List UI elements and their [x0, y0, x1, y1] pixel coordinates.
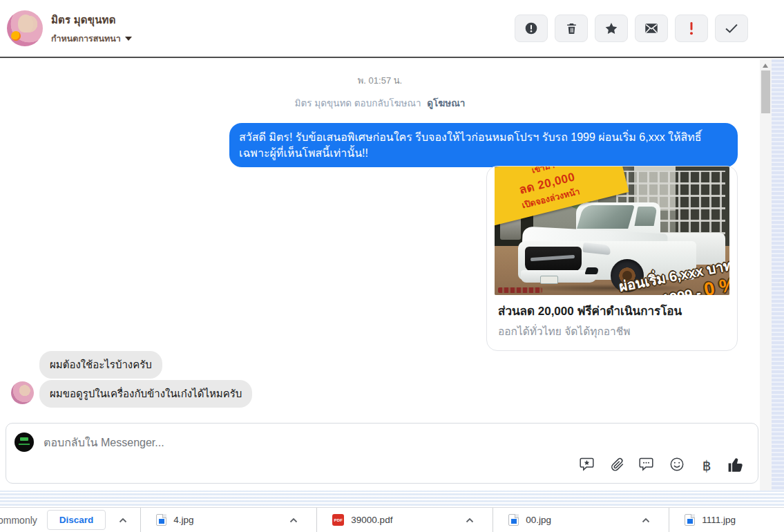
- right-side-strip: [772, 59, 784, 491]
- ad-context-text: มิตร มุดขุนทด ตอบกลับโฆษณา: [295, 98, 421, 108]
- phone-watermark: [498, 287, 542, 293]
- incoming-message-bubble: ผมต้องใช้อะไรบ้างครับ: [39, 351, 162, 379]
- exclamation-circle-icon: [524, 21, 538, 35]
- ad-card-title: ส่วนลด 20,000 ฟรีค่าดำเนินการโอน: [498, 301, 726, 320]
- chevron-up-icon[interactable]: [289, 517, 298, 524]
- check-icon: [725, 23, 738, 34]
- download-item[interactable]: PDF 39000.pdf: [317, 514, 480, 526]
- image-file-icon: [685, 514, 695, 526]
- downloads-left-text: ommonly: [0, 515, 37, 526]
- image-file-icon: [508, 514, 519, 526]
- ad-context-line: มิตร มุดขุนทด ตอบกลับโฆษณา ดูโฆษณา: [0, 95, 760, 111]
- message-thread: พ. 01:57 น. มิตร มุดขุนทด ตอบกลับโฆษณา ด…: [0, 59, 760, 491]
- download-filename[interactable]: 4.jpg: [173, 515, 193, 525]
- timestamp: พ. 01:57 น.: [0, 73, 760, 88]
- page-avatar: [15, 433, 34, 452]
- delete-button[interactable]: [555, 15, 588, 42]
- comment-dots-icon: [639, 457, 656, 475]
- contact-info: มิตร มุดขุนทด กำหนดการสนทนา: [7, 10, 132, 46]
- download-item[interactable]: 4.jpg: [141, 514, 304, 526]
- saved-replies-button[interactable]: [579, 457, 597, 475]
- ad-attachment-card[interactable]: เข้ามา ลด 20,000 เปิดจองล่วงหน้า ผ่อนเริ…: [486, 166, 738, 351]
- star-icon: [604, 21, 618, 35]
- conversation-schedule-dropdown[interactable]: กำหนดการสนทนา: [51, 32, 132, 46]
- thumbs-up-icon: [727, 456, 745, 475]
- scroll-up-arrow-icon[interactable]: [763, 64, 768, 68]
- outgoing-message-bubble: สวัสดี มิตร! รับข้อเสนอพิเศษก่อนใคร รีบจ…: [229, 123, 738, 167]
- pdf-file-icon: PDF: [332, 514, 344, 526]
- chevron-up-icon[interactable]: [641, 517, 651, 524]
- sender-avatar[interactable]: [11, 381, 34, 404]
- mark-done-button[interactable]: [715, 15, 748, 42]
- schedule-label: กำหนดการสนทนา: [51, 32, 121, 46]
- header-actions: [515, 15, 748, 42]
- download-item[interactable]: 00.jpg: [493, 514, 656, 526]
- contact-name: มิตร มุดขุนทด: [51, 12, 132, 28]
- vertical-scrollbar[interactable]: [760, 59, 772, 491]
- reply-composer[interactable]: ตอบกลับใน Messenger...: [6, 423, 758, 484]
- reply-input[interactable]: ตอบกลับใน Messenger...: [44, 434, 164, 451]
- trash-icon: [565, 21, 578, 35]
- comment-button[interactable]: [638, 457, 656, 475]
- truck-grille: [525, 247, 582, 272]
- downloads-bar: ommonly Discard 4.jpg PDF 39000.pdf 00.j…: [0, 507, 784, 532]
- envelope-icon: [644, 22, 658, 35]
- scrollbar-thumb[interactable]: [761, 70, 770, 113]
- mark-unread-button[interactable]: [635, 15, 668, 42]
- chevron-down-icon: [125, 37, 132, 41]
- comment-star-icon: [580, 457, 596, 475]
- download-filename[interactable]: 1111.jpg: [702, 515, 736, 525]
- chevron-up-icon[interactable]: [465, 517, 475, 524]
- download-filename[interactable]: 00.jpg: [526, 515, 551, 525]
- download-filename[interactable]: 39000.pdf: [351, 515, 392, 525]
- image-file-icon: [156, 514, 166, 526]
- conversation-header: มิตร มุดขุนทด กำหนดการสนทนา: [0, 0, 784, 58]
- download-item[interactable]: 1111.jpg: [669, 514, 784, 526]
- like-button[interactable]: [727, 457, 745, 475]
- ad-card-subtitle: ออกได้ทั่วไทย จัดได้ทุกอาชีพ: [498, 323, 726, 340]
- smiley-icon: [669, 457, 685, 475]
- mark-important-button[interactable]: [675, 15, 708, 42]
- contact-avatar[interactable]: [7, 10, 43, 46]
- paperclip-icon: [610, 457, 625, 475]
- horizontal-scroll-strip[interactable]: [0, 491, 784, 507]
- payment-button[interactable]: ฿: [698, 457, 716, 475]
- baht-icon: ฿: [702, 459, 711, 473]
- view-ad-link[interactable]: ดูโฆษณา: [427, 98, 465, 108]
- composer-toolbar: ฿: [579, 457, 745, 475]
- truck-photo: เข้ามา ลด 20,000 เปิดจองล่วงหน้า ผ่อนเริ…: [495, 167, 729, 295]
- report-button[interactable]: [515, 15, 548, 42]
- incoming-message-bubble: ผมขอดูรูปในเครื่องกับข้างในเก๋งได้ไหมครั…: [39, 380, 252, 408]
- attach-file-button[interactable]: [609, 457, 627, 475]
- red-exclamation-icon: [689, 21, 694, 35]
- chevron-up-icon[interactable]: [118, 517, 128, 524]
- star-button[interactable]: [595, 15, 628, 42]
- emoji-button[interactable]: [668, 457, 686, 475]
- discard-button[interactable]: Discard: [47, 510, 106, 530]
